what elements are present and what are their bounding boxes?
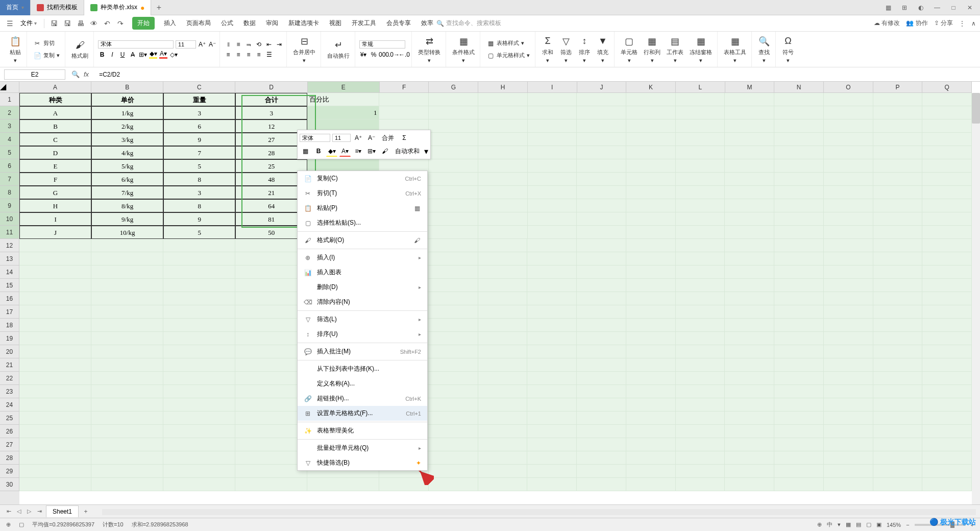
ctx-quick-filter[interactable]: ▽快捷筛选(B)✦: [298, 455, 427, 470]
cell-M28[interactable]: [725, 451, 774, 465]
cell-K11[interactable]: [626, 226, 676, 239]
ctx-sort[interactable]: ↕排序(U)▸: [298, 327, 427, 342]
row-col-button[interactable]: ▦行和列▾: [642, 34, 663, 65]
cell-C11[interactable]: 5: [163, 226, 235, 239]
cell-N30[interactable]: [774, 478, 824, 491]
cell-N9[interactable]: [774, 199, 824, 212]
cell-M1[interactable]: [725, 93, 774, 106]
cell-O26[interactable]: [824, 425, 873, 438]
share-button[interactable]: ⇪ 分享: [934, 19, 953, 28]
font-size-select[interactable]: [176, 40, 196, 49]
cell-P4[interactable]: [873, 133, 923, 146]
cell-G3[interactable]: [429, 119, 478, 133]
cell-H8[interactable]: [478, 186, 528, 199]
cell-J21[interactable]: [577, 358, 626, 372]
cell-I4[interactable]: [528, 133, 577, 146]
cell-M23[interactable]: [725, 385, 774, 398]
cell-C14[interactable]: [163, 266, 235, 279]
find-button[interactable]: 🔍查找▾: [756, 34, 772, 65]
cell-K26[interactable]: [626, 425, 676, 438]
cell-H6[interactable]: [478, 159, 528, 173]
cell-H23[interactable]: [478, 385, 528, 398]
row-header-11[interactable]: 11: [0, 226, 19, 239]
cell-J7[interactable]: [577, 173, 626, 186]
cell-Q19[interactable]: [922, 332, 972, 345]
cell-J8[interactable]: [577, 186, 626, 199]
cell-H25[interactable]: [478, 412, 528, 425]
cell-G26[interactable]: [429, 425, 478, 438]
cell-A18[interactable]: [19, 319, 91, 332]
cell-A16[interactable]: [19, 292, 91, 305]
lang-indicator[interactable]: 中: [827, 521, 832, 528]
cell-O2[interactable]: [824, 106, 873, 119]
cell-A5[interactable]: D: [19, 146, 91, 159]
tab-dev[interactable]: 开发工具: [351, 17, 377, 30]
print-preview-icon[interactable]: 👁: [88, 18, 100, 29]
cell-A28[interactable]: [19, 451, 91, 465]
cell-D30[interactable]: [235, 478, 307, 491]
cell-K5[interactable]: [626, 146, 676, 159]
cell-J9[interactable]: [577, 199, 626, 212]
cell-P16[interactable]: [873, 292, 923, 305]
cell-H22[interactable]: [478, 372, 528, 385]
cell-N8[interactable]: [774, 186, 824, 199]
strike-icon[interactable]: A̶: [129, 51, 137, 59]
cell-I9[interactable]: [528, 199, 577, 212]
name-box[interactable]: [4, 69, 65, 80]
cell-M20[interactable]: [725, 345, 774, 358]
freeze-button[interactable]: ▦冻结窗格▾: [688, 34, 714, 65]
cell-G24[interactable]: [429, 398, 478, 412]
cell-G1[interactable]: [429, 93, 478, 106]
cell-O23[interactable]: [824, 385, 873, 398]
cell-Q9[interactable]: [922, 199, 972, 212]
cell-L19[interactable]: [676, 332, 725, 345]
mini-increase-font-icon[interactable]: A⁺: [353, 132, 364, 143]
ctx-format-painter[interactable]: 🖌格式刷(O)🖌: [298, 233, 427, 248]
format-painter-button[interactable]: 🖌格式刷: [69, 38, 90, 61]
cell-A3[interactable]: B: [19, 119, 91, 133]
row-header-9[interactable]: 9: [0, 199, 19, 212]
cell-N10[interactable]: [774, 212, 824, 226]
sheet-next-icon[interactable]: ▷: [24, 507, 34, 516]
indent-left-icon[interactable]: ⇤: [265, 40, 273, 49]
cell-M6[interactable]: [725, 159, 774, 173]
file-menu[interactable]: 文件 ▾: [17, 19, 40, 28]
cell-Q22[interactable]: [922, 372, 972, 385]
cell-C9[interactable]: 8: [163, 199, 235, 212]
cell-C16[interactable]: [163, 292, 235, 305]
cell-K2[interactable]: [626, 106, 676, 119]
cell-L3[interactable]: [676, 119, 725, 133]
cell-L30[interactable]: [676, 478, 725, 491]
cell-N26[interactable]: [774, 425, 824, 438]
cell-P12[interactable]: [873, 239, 923, 252]
apps-icon[interactable]: ⊞: [898, 2, 911, 14]
cell-H11[interactable]: [478, 226, 528, 239]
home-tab[interactable]: 首页▾: [0, 0, 31, 15]
cell-J20[interactable]: [577, 345, 626, 358]
ctx-insert-comment[interactable]: 💬插入批注(M)Shift+F2: [298, 344, 427, 359]
row-header-24[interactable]: 24: [0, 398, 19, 412]
distribute-icon[interactable]: ☰: [265, 51, 273, 59]
cell-L16[interactable]: [676, 292, 725, 305]
cell-Q1[interactable]: [922, 93, 972, 106]
cell-C17[interactable]: [163, 305, 235, 319]
fill-color-icon[interactable]: ◆▾: [149, 51, 157, 59]
col-header-Q[interactable]: Q: [922, 82, 972, 93]
redo-icon[interactable]: ↷: [115, 18, 126, 29]
cell-L10[interactable]: [676, 212, 725, 226]
cell-G29[interactable]: [429, 465, 478, 478]
cell-Q5[interactable]: [922, 146, 972, 159]
cell-H26[interactable]: [478, 425, 528, 438]
cell-O8[interactable]: [824, 186, 873, 199]
cell-H17[interactable]: [478, 305, 528, 319]
cell-Q13[interactable]: [922, 252, 972, 266]
col-header-O[interactable]: O: [824, 82, 873, 93]
cell-B9[interactable]: 8/kg: [91, 199, 163, 212]
cell-I6[interactable]: [528, 159, 577, 173]
row-header-25[interactable]: 25: [0, 412, 19, 425]
cell-L12[interactable]: [676, 239, 725, 252]
view-page-icon[interactable]: ▤: [856, 521, 861, 528]
cell-N5[interactable]: [774, 146, 824, 159]
cell-I26[interactable]: [527, 425, 577, 438]
cell-L23[interactable]: [676, 385, 725, 398]
